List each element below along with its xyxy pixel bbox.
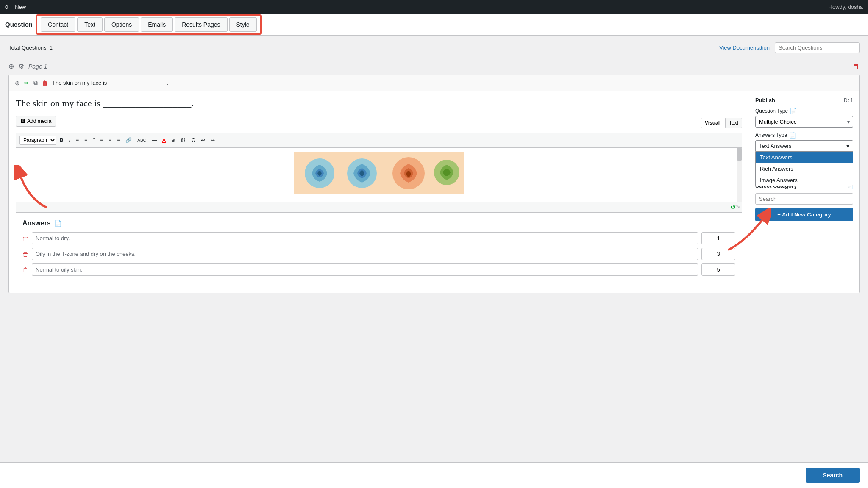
- answer-delete-1[interactable]: 🗑: [22, 251, 28, 258]
- answer-row-1: 🗑: [22, 248, 735, 260]
- admin-bar-zero: 0: [5, 4, 8, 10]
- add-media-icon: 🖼: [20, 118, 25, 124]
- tab-style[interactable]: Style: [229, 17, 257, 32]
- question-delete-icon[interactable]: 🗑: [42, 80, 48, 86]
- answer-delete-0[interactable]: 🗑: [22, 235, 28, 242]
- answer-text-0[interactable]: [32, 232, 698, 244]
- visual-text-tabs: Visual Text: [701, 118, 742, 128]
- redo-button[interactable]: ↪: [209, 136, 217, 144]
- blockquote-button[interactable]: ": [91, 136, 97, 144]
- page-header: ⊕ ⚙ Page 1 🗑: [8, 58, 860, 75]
- answers-title: Answers: [22, 219, 51, 227]
- omega-button[interactable]: Ω: [189, 136, 198, 144]
- total-questions-count: 1: [50, 44, 53, 51]
- page-delete-icon[interactable]: 🗑: [853, 63, 860, 70]
- tab-bar: Question Contact Text Options Emails Res…: [0, 14, 868, 36]
- editor-scrollbar-thumb: [737, 148, 742, 161]
- visual-tab[interactable]: Visual: [701, 118, 723, 128]
- question-edit-icon[interactable]: ✏: [24, 80, 29, 86]
- total-questions: Total Questions: 1: [8, 44, 53, 51]
- answer-score-1[interactable]: [701, 248, 735, 260]
- question-type-label: Question Type 📄: [755, 108, 853, 114]
- tab-results-pages[interactable]: Results Pages: [175, 17, 227, 32]
- tab-highlight-box: Contact Text Options Emails Results Page…: [36, 14, 262, 35]
- publish-header: Publish ID: 1: [755, 97, 853, 103]
- tab-question-label: Question: [5, 21, 33, 28]
- tab-options[interactable]: Options: [104, 17, 139, 32]
- numbered-list-button[interactable]: ≡: [82, 136, 89, 144]
- question-type-select[interactable]: Multiple Choice Single Choice Text Input: [755, 116, 853, 128]
- answer-text-1[interactable]: [32, 248, 698, 260]
- meta-right: View Documentation: [719, 42, 860, 53]
- tab-emails[interactable]: Emails: [141, 17, 173, 32]
- answer-score-2[interactable]: [701, 263, 735, 276]
- answers-type-label: Answers Type 📄: [755, 132, 853, 139]
- admin-bar-new[interactable]: New: [15, 4, 26, 10]
- answer-text-2[interactable]: [32, 263, 698, 276]
- editor-topbar: 🖼 Add media Visual Text: [16, 116, 742, 130]
- page-move-icon[interactable]: ⊕: [8, 62, 14, 70]
- link-button[interactable]: 🔗: [123, 136, 134, 144]
- answer-delete-2[interactable]: 🗑: [22, 266, 28, 273]
- tab-contact[interactable]: Contact: [41, 17, 75, 32]
- question-type-doc-icon: 📄: [790, 108, 797, 114]
- answer-score-0[interactable]: [701, 232, 735, 244]
- page-gear-icon[interactable]: ⚙: [18, 62, 24, 70]
- question-header-text: The skin on my face is _________________…: [52, 80, 853, 86]
- admin-bar: 0 New Howdy, dosha: [0, 0, 868, 14]
- italic-button[interactable]: I: [67, 136, 72, 144]
- align-right-button[interactable]: ≡: [115, 136, 122, 144]
- dropdown-arrow-icon: ▾: [846, 143, 849, 149]
- publish-id: ID: 1: [843, 97, 853, 103]
- publish-section: Publish ID: 1 Question Type 📄 Multiple C…: [749, 91, 859, 176]
- editor-area: The skin on my face is _________________…: [9, 91, 859, 293]
- admin-bar-howdy: Howdy, dosha: [829, 4, 863, 10]
- question-type-select-wrapper: Multiple Choice Single Choice Text Input: [755, 116, 853, 128]
- question-card-header: ⊕ ✏ ⧉ 🗑 The skin on my face is _________…: [9, 75, 859, 91]
- resize-handle[interactable]: ⤡: [736, 203, 740, 211]
- editor-bottom-bar: ↺ ⤡: [16, 202, 742, 213]
- insert-button[interactable]: ⊕: [169, 136, 178, 144]
- format-select[interactable]: Paragraph: [19, 136, 56, 145]
- dash-button[interactable]: —: [150, 136, 159, 144]
- answers-type-dropdown: Text Answers ▾ Text Answers Rich Answers…: [755, 140, 853, 152]
- editor-image: [16, 148, 742, 199]
- total-questions-label: Total Questions:: [8, 44, 48, 51]
- editor-image-svg: [294, 152, 464, 194]
- answers-type-dropdown-list: Text Answers Rich Answers Image Answers: [755, 152, 853, 186]
- editor-content[interactable]: [16, 147, 742, 202]
- abc-button[interactable]: ABC: [135, 137, 148, 144]
- answers-type-option-2[interactable]: Image Answers: [756, 175, 853, 186]
- bullet-list-button[interactable]: ≡: [74, 136, 81, 144]
- color-button[interactable]: A: [160, 136, 168, 144]
- answers-header: Answers 📄: [22, 219, 735, 227]
- question-move-icon[interactable]: ⊕: [15, 80, 20, 86]
- category-search-input[interactable]: [755, 193, 853, 205]
- text-tab[interactable]: Text: [725, 118, 742, 128]
- meta-row: Total Questions: 1 View Documentation: [8, 42, 860, 53]
- question-card: ⊕ ✏ ⧉ 🗑 The skin on my face is _________…: [8, 75, 860, 293]
- search-questions-input[interactable]: [775, 42, 860, 53]
- editor-main: The skin on my face is _________________…: [9, 91, 749, 293]
- answers-doc-icon: 📄: [54, 220, 61, 227]
- editor-toolbar: Paragraph B I ≡ ≡ " ≡ ≡ ≡ 🔗 ABC — A ⊕ ⛓: [16, 133, 742, 147]
- bold-button[interactable]: B: [58, 136, 66, 144]
- editor-scrollbar[interactable]: [737, 148, 742, 202]
- add-media-label: Add media: [27, 118, 51, 124]
- align-center-button[interactable]: ≡: [106, 136, 114, 144]
- chain-button[interactable]: ⛓: [179, 136, 188, 144]
- answers-type-option-1[interactable]: Rich Answers: [756, 163, 853, 175]
- align-left-button[interactable]: ≡: [98, 136, 105, 144]
- answers-type-option-0[interactable]: Text Answers: [756, 152, 853, 163]
- sidebar-panel: Publish ID: 1 Question Type 📄 Multiple C…: [749, 91, 859, 293]
- refresh-icon[interactable]: ↺: [730, 203, 736, 211]
- tab-text[interactable]: Text: [77, 17, 103, 32]
- add-media-button[interactable]: 🖼 Add media: [16, 116, 56, 127]
- undo-button[interactable]: ↩: [199, 136, 207, 144]
- question-copy-icon[interactable]: ⧉: [33, 79, 38, 86]
- view-documentation-link[interactable]: View Documentation: [719, 44, 770, 51]
- answers-type-value: Text Answers: [759, 143, 792, 149]
- add-new-category-button[interactable]: + Add New Category: [755, 208, 853, 221]
- publish-title: Publish: [755, 97, 775, 103]
- answers-type-trigger[interactable]: Text Answers ▾: [755, 140, 853, 152]
